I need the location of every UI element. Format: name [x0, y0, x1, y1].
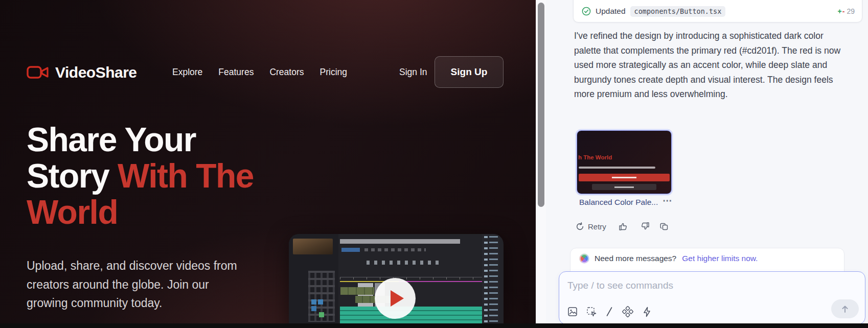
retry-button[interactable]: Retry	[576, 222, 606, 231]
pinwheel-logo-icon	[580, 254, 589, 263]
arrow-up-icon	[840, 304, 850, 314]
site-nav: Explore Features Creators Pricing	[172, 67, 347, 78]
message-input[interactable]	[567, 277, 792, 294]
select-icon	[586, 307, 597, 317]
editor-tool-blue	[311, 299, 316, 304]
editor-timecode	[341, 248, 360, 252]
nav-explore[interactable]: Explore	[172, 67, 202, 78]
check-circle-icon	[582, 7, 591, 16]
retry-icon	[576, 222, 584, 231]
diff-added: +	[838, 7, 842, 15]
diff-removed: -	[842, 7, 845, 15]
nav-creators[interactable]: Creators	[269, 67, 304, 78]
editor-toolbar-dots	[364, 248, 426, 251]
nav-features[interactable]: Features	[218, 67, 254, 78]
editor-clip	[358, 283, 373, 307]
editor-tool-blue	[318, 299, 323, 304]
version-preview-thumbnail[interactable]: h The World	[577, 130, 672, 194]
window-bottom-edge	[0, 323, 868, 328]
scrollbar-thumb[interactable]	[538, 3, 544, 207]
copy-icon	[660, 222, 669, 231]
site-header: VideoShare Explore Features Creators Pri…	[27, 53, 515, 88]
upsell-text: Need more messages?	[595, 254, 676, 263]
thumbs-down-icon	[641, 222, 650, 231]
hero-video-editor-image	[289, 234, 504, 328]
version-more-button[interactable]: ⋯	[663, 195, 673, 206]
editor-timeline-ruler	[340, 277, 499, 279]
message-actions: Retry	[576, 220, 669, 233]
diff-count: 29	[847, 7, 855, 15]
editor-tool-blue	[311, 306, 316, 311]
mini-hero-heading: h The World	[578, 154, 612, 160]
mini-primary-button	[579, 174, 670, 181]
hero-subtitle: Upload, share, and discover videos from …	[27, 256, 253, 313]
site-preview-pane: VideoShare Explore Features Creators Pri…	[0, 0, 536, 328]
editor-transport-controls	[367, 261, 443, 265]
send-button[interactable]	[831, 299, 859, 318]
thumbs-up-button[interactable]	[619, 222, 628, 231]
select-element-button[interactable]	[586, 307, 597, 317]
thumbs-up-icon	[619, 222, 628, 231]
sign-up-button[interactable]: Sign Up	[435, 56, 504, 88]
components-button[interactable]	[622, 306, 634, 317]
editor-tool-green	[319, 312, 324, 317]
brand-name: VideoShare	[55, 64, 137, 81]
updated-file-chip: components/Button.tsx	[630, 6, 726, 17]
editor-preview-thumbnail	[293, 239, 333, 254]
retry-label: Retry	[588, 222, 606, 231]
get-higher-limits-link[interactable]: Get higher limits now.	[682, 254, 758, 263]
copy-button[interactable]	[660, 222, 669, 231]
thumbs-down-button[interactable]	[641, 222, 650, 231]
brand-logo[interactable]: VideoShare	[27, 64, 137, 81]
composer	[559, 271, 865, 324]
attach-image-button[interactable]	[567, 307, 578, 317]
nav-pricing[interactable]: Pricing	[320, 67, 348, 78]
app-window: VideoShare Explore Features Creators Pri…	[0, 0, 868, 328]
play-button[interactable]	[375, 278, 416, 319]
mini-subtext-bar	[579, 167, 655, 169]
video-camera-icon	[27, 64, 49, 81]
hero-heading: Share Your Story With The World	[27, 122, 267, 230]
image-icon	[567, 307, 578, 317]
mini-secondary-button	[592, 184, 656, 190]
composer-toolbar	[567, 306, 651, 317]
components-icon	[622, 306, 634, 317]
quick-actions-button[interactable]	[643, 307, 651, 317]
editor-clip-thumbnails	[340, 287, 374, 295]
lightning-icon	[643, 307, 651, 317]
upsell-row: Need more messages? Get higher limits no…	[580, 254, 758, 263]
editor-menu-strip	[340, 239, 460, 244]
slash-command-button[interactable]	[606, 307, 613, 317]
slash-icon	[606, 307, 613, 317]
updated-file-row: Updated components/Button.tsx + - 29	[582, 5, 855, 17]
assistant-message: I've refined the design by introducing a…	[574, 29, 847, 102]
sign-in-link[interactable]: Sign In	[399, 67, 427, 78]
updated-file-card[interactable]: Updated components/Button.tsx + - 29	[573, 0, 862, 22]
updated-status-label: Updated	[596, 7, 626, 16]
editor-file-list	[482, 234, 499, 328]
version-title[interactable]: Balanced Color Pale...	[579, 198, 664, 207]
diff-stat: + - 29	[838, 7, 855, 15]
